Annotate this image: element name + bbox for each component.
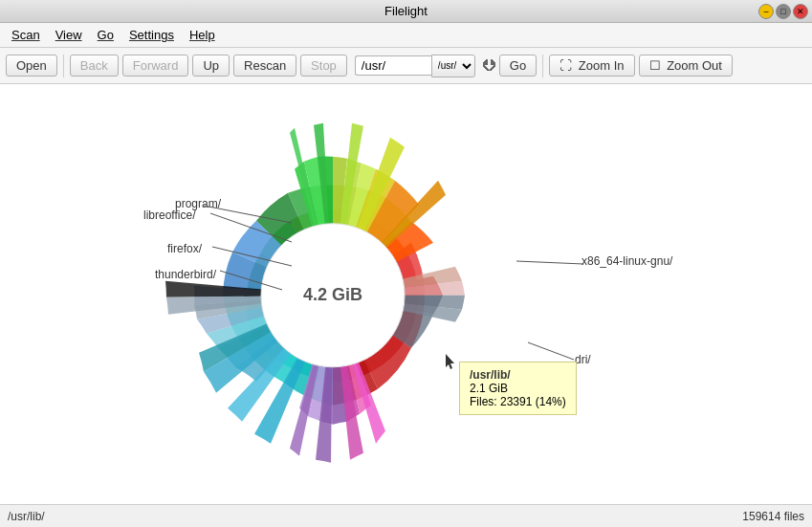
zoom-in-button[interactable]: ⛶ Zoom In: [549, 55, 634, 77]
svg-text:4.2 GiB: 4.2 GiB: [303, 284, 362, 303]
toolbar: Open Back Forward Up Rescan Stop /usr/ ⮋…: [0, 48, 812, 84]
close-button[interactable]: ✕: [793, 4, 808, 19]
back-button[interactable]: Back: [70, 55, 119, 77]
rescan-button[interactable]: Rescan: [233, 55, 296, 77]
status-path: /usr/lib/: [8, 510, 45, 523]
forward-button[interactable]: Forward: [122, 55, 189, 77]
maximize-button[interactable]: □: [776, 4, 791, 19]
menu-go[interactable]: Go: [90, 26, 121, 44]
path-input-container: /usr/: [355, 55, 475, 77]
go-icon: ⮋: [481, 57, 496, 75]
minimize-button[interactable]: –: [758, 4, 774, 19]
zoom-out-icon: ☐: [649, 58, 661, 73]
go-button[interactable]: Go: [499, 55, 537, 77]
path-dropdown[interactable]: /usr/: [431, 55, 475, 77]
separator-2: [542, 55, 543, 77]
open-button[interactable]: Open: [6, 55, 57, 77]
content-area[interactable]: 4.2 GiB program/ libreoffice/ firefox/ t…: [0, 84, 812, 504]
label-x86: x86_64-linux-gnu/: [582, 254, 672, 268]
label-firefox: firefox/: [167, 242, 202, 255]
menu-bar: Scan View Go Settings Help: [0, 23, 812, 48]
separator-1: [63, 55, 64, 77]
status-bar: /usr/lib/ 159614 files: [0, 504, 812, 527]
label-dri: dri/: [575, 353, 591, 366]
sunburst-chart[interactable]: 4.2 GiB: [103, 84, 562, 504]
sunburst-container: 4.2 GiB program/ libreoffice/ firefox/ t…: [0, 84, 812, 504]
window-title: Filelight: [384, 4, 428, 18]
path-bar: /usr/ ⮋ Go: [355, 55, 537, 77]
up-button[interactable]: Up: [192, 55, 230, 77]
zoom-out-button[interactable]: ☐ Zoom Out: [639, 55, 733, 77]
status-file-count: 159614 files: [742, 510, 804, 523]
menu-view[interactable]: View: [48, 26, 90, 44]
menu-scan[interactable]: Scan: [4, 26, 48, 44]
window-controls: – □ ✕: [758, 4, 808, 19]
zoom-in-icon: ⛶: [560, 58, 572, 73]
stop-button[interactable]: Stop: [300, 55, 347, 77]
path-input[interactable]: [355, 55, 431, 76]
menu-settings[interactable]: Settings: [121, 26, 182, 44]
label-libreoffice: libreoffice/: [143, 209, 195, 222]
title-bar: Filelight – □ ✕: [0, 0, 812, 23]
menu-help[interactable]: Help: [182, 26, 223, 44]
label-thunderbird: thunderbird/: [155, 268, 216, 281]
